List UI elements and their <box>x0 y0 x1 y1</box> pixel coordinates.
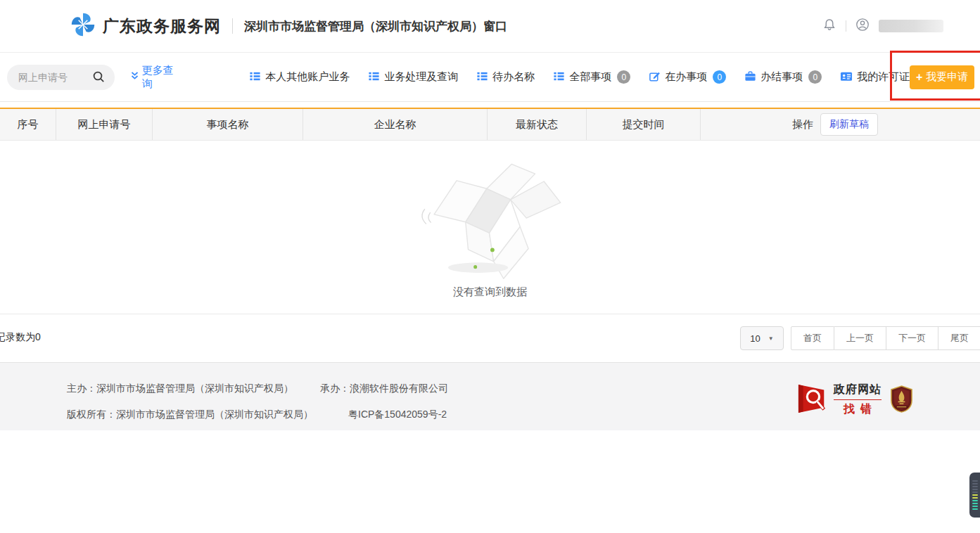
widget-stripe <box>972 503 978 504</box>
user-icon[interactable] <box>855 18 870 34</box>
apply-button[interactable]: + 我要申请 <box>910 65 974 89</box>
nav-item-my-licenses[interactable]: 我的许可证 <box>840 70 910 84</box>
bell-icon[interactable] <box>822 18 836 34</box>
column-header-application-no: 网上申请号 <box>56 109 152 140</box>
prev-page-button[interactable]: 上一页 <box>834 326 886 350</box>
page-size-select[interactable]: 10 ▼ <box>740 326 784 350</box>
widget-stripe <box>972 486 978 487</box>
brand-logo-icon <box>70 12 96 40</box>
widget-stripe <box>972 480 978 482</box>
last-page-button[interactable]: 尾页 <box>938 326 980 350</box>
refresh-draft-button[interactable]: 刷新草稿 <box>820 113 878 136</box>
brand-name: 广东政务服务网 <box>103 15 221 37</box>
record-count-text: 记录数为0 <box>0 331 41 344</box>
widget-stripe <box>972 497 978 499</box>
widget-stripe <box>972 506 978 507</box>
widget-stripe <box>972 489 978 490</box>
list-icon <box>553 70 565 84</box>
nav-item-business-query[interactable]: 业务处理及查询 <box>368 70 458 84</box>
browser-extension-widget[interactable] <box>969 473 980 518</box>
page-title: 深圳市市场监督管理局（深圳市知识产权局）窗口 <box>244 18 507 34</box>
nav-items: 本人其他账户业务 业务处理及查询 待办名称 <box>249 70 910 84</box>
column-header-company-name: 企业名称 <box>303 109 487 140</box>
find-error-badge[interactable]: 政府网站 找错 <box>797 383 882 417</box>
header-right-divider <box>846 20 846 32</box>
more-query-link[interactable]: 更多查询 <box>130 64 182 91</box>
footer-host-text: 主办：深圳市市场监督管理局（深圳市知识产权局） <box>67 383 320 395</box>
footer-icp-text: 粤ICP备15042059号-2 <box>348 409 447 421</box>
pager-controls: 10 ▼ 首页 上一页 下一页 尾页 <box>740 326 980 350</box>
idcard-icon <box>840 70 853 84</box>
column-header-item-name: 事项名称 <box>152 109 303 140</box>
caret-down-icon: ▼ <box>768 335 774 342</box>
in-progress-count-badge: 0 <box>713 70 726 84</box>
nav-table-gap <box>0 102 980 108</box>
brand[interactable]: 广东政务服务网 <box>70 12 221 40</box>
column-header-latest-status: 最新状态 <box>487 109 586 140</box>
column-header-submit-time: 提交时间 <box>586 109 700 140</box>
operation-label: 操作 <box>792 118 813 131</box>
list-icon <box>368 70 380 84</box>
footer-copyright-text: 版权所有：深圳市市场监督管理局（深圳市知识产权局） <box>67 409 348 421</box>
widget-stripe <box>972 483 978 484</box>
all-items-count-badge: 0 <box>617 70 630 84</box>
nav-item-other-account[interactable]: 本人其他账户业务 <box>249 70 350 84</box>
widget-stripe <box>972 492 978 493</box>
list-icon <box>249 70 261 84</box>
toolbar: 更多查询 本人其他账户业务 业务处理及查询 <box>0 53 980 102</box>
empty-box-illustration <box>415 146 566 284</box>
nav-item-todo-name[interactable]: 待办名称 <box>476 70 535 84</box>
double-chevron-down-icon <box>130 71 139 83</box>
briefcase-icon <box>744 70 756 84</box>
column-header-operation: 操作 刷新草稿 <box>700 109 980 140</box>
nav-item-all-items[interactable]: 全部事项 0 <box>553 70 630 84</box>
next-page-button[interactable]: 下一页 <box>886 326 938 350</box>
edit-icon <box>649 70 661 84</box>
empty-state-text: 没有查询到数据 <box>453 285 527 299</box>
footer: 主办：深圳市市场监督管理局（深圳市知识产权局） 承办：浪潮软件股份有限公司 版权… <box>0 362 980 430</box>
footer-badges: 政府网站 找错 <box>797 383 913 417</box>
security-shield-icon[interactable] <box>890 385 913 415</box>
search-icon[interactable] <box>92 70 106 86</box>
widget-stripe <box>972 494 978 496</box>
pagination-bar: 记录数为0 10 ▼ 首页 上一页 下一页 尾页 <box>0 314 980 362</box>
first-page-button[interactable]: 首页 <box>791 326 834 350</box>
column-header-index: 序号 <box>0 109 56 140</box>
username-redacted[interactable] <box>879 20 943 32</box>
nav-item-in-progress[interactable]: 在办事项 0 <box>649 70 726 84</box>
find-error-text: 政府网站 找错 <box>834 383 882 417</box>
widget-stripe <box>972 508 978 510</box>
find-error-flag-icon <box>797 383 828 417</box>
list-icon <box>476 70 488 84</box>
plus-icon: + <box>916 72 922 83</box>
empty-state: 没有查询到数据 <box>0 141 980 314</box>
header-right <box>822 18 943 34</box>
table-header-row: 序号 网上申请号 事项名称 企业名称 最新状态 提交时间 操作 刷新草稿 <box>0 108 980 141</box>
widget-stripe <box>972 500 978 501</box>
nav-item-completed[interactable]: 办结事项 0 <box>744 70 822 84</box>
header: 广东政务服务网 深圳市市场监督管理局（深圳市知识产权局）窗口 <box>0 0 980 53</box>
footer-organizer-text: 承办：浪潮软件股份有限公司 <box>320 383 448 395</box>
pager-button-group: 首页 上一页 下一页 尾页 <box>791 326 980 350</box>
completed-count-badge: 0 <box>808 70 822 84</box>
find-error-divider <box>834 399 882 400</box>
search-box <box>7 65 115 90</box>
header-divider <box>232 18 233 34</box>
